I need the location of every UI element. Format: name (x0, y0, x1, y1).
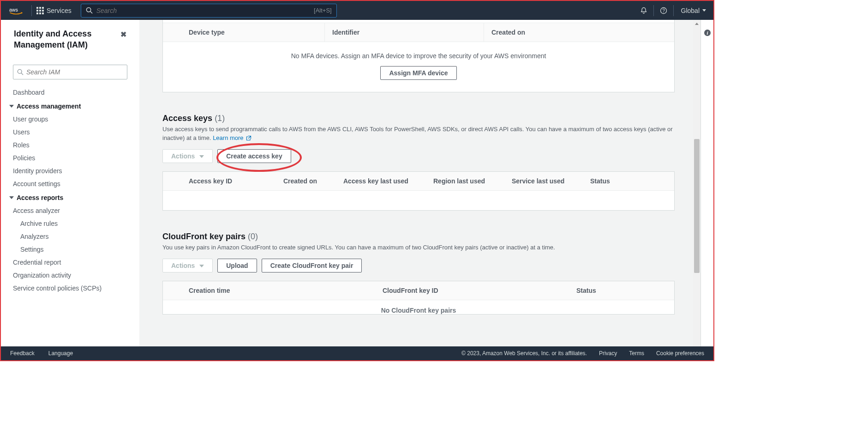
help-button[interactable]: ? (653, 5, 673, 16)
nav-user-groups[interactable]: User groups (1, 113, 139, 126)
nav-users[interactable]: Users (1, 126, 139, 139)
mfa-table-header: Device type Identifier Created on (163, 23, 674, 42)
nav-policies[interactable]: Policies (1, 151, 139, 164)
access-keys-actions-button[interactable]: Actions (162, 149, 213, 163)
footer-copyright: © 2023, Amazon Web Services, Inc. or its… (461, 350, 587, 357)
svg-line-6 (21, 73, 23, 75)
sidebar-search-box[interactable] (13, 65, 127, 79)
vertical-scrollbar[interactable] (693, 20, 700, 346)
services-menu-button[interactable]: Services (31, 5, 76, 16)
cloudfront-title: CloudFront key pairs (0) (162, 232, 675, 242)
col-access-key-id: Access key ID (163, 172, 276, 190)
caret-down-icon (199, 265, 204, 267)
sidebar-search-input[interactable] (26, 68, 123, 76)
region-label: Global (681, 7, 700, 14)
col-cloudfront-key-id: CloudFront key ID (375, 281, 569, 300)
nav-credential-report[interactable]: Credential report (1, 256, 139, 269)
cloudfront-panel: Creation time CloudFront key ID Status N… (162, 281, 675, 315)
sidebar: Identity and Access Management (IAM) ✖ D… (1, 20, 139, 346)
access-keys-empty-row (163, 191, 674, 210)
access-keys-table-header: Access key ID Created on Access key last… (163, 172, 674, 191)
svg-point-5 (18, 69, 22, 73)
external-link-icon (246, 135, 251, 141)
info-icon[interactable]: i (704, 29, 711, 36)
main-content: Device type Identifier Created on No MFA… (139, 20, 713, 346)
footer-language-link[interactable]: Language (48, 350, 73, 357)
aws-logo[interactable]: aws (1, 6, 31, 15)
col-last-used: Access key last used (336, 172, 426, 190)
global-search-box[interactable]: [Alt+S] (81, 4, 337, 18)
nav-dashboard[interactable]: Dashboard (1, 86, 139, 99)
caret-down-icon (702, 9, 706, 12)
cloudfront-empty-text: No CloudFront key pairs (163, 300, 674, 314)
main-scroll-area[interactable]: Device type Identifier Created on No MFA… (139, 20, 693, 346)
caret-down-icon (199, 155, 204, 158)
cloudfront-button-row: Actions Upload Create CloudFront key pai… (162, 252, 675, 280)
mfa-empty-text: No MFA devices. Assign an MFA device to … (163, 52, 674, 60)
caret-down-icon (9, 105, 14, 108)
info-panel-toggle-strip: i (700, 20, 713, 346)
access-keys-learn-more-link[interactable]: Learn more (213, 134, 251, 141)
assign-mfa-device-button[interactable]: Assign MFA device (380, 66, 456, 80)
scrollbar-thumb[interactable] (694, 139, 700, 273)
sidebar-title: Identity and Access Management (IAM) (14, 28, 120, 51)
access-keys-count: (1) (215, 114, 225, 123)
nav-analyzers[interactable]: Analyzers (1, 230, 139, 243)
nav-archive-rules[interactable]: Archive rules (1, 217, 139, 230)
nav-roles[interactable]: Roles (1, 139, 139, 151)
cloudfront-upload-button[interactable]: Upload (217, 259, 257, 272)
create-cloudfront-keypair-button[interactable]: Create CloudFront key pair (262, 259, 362, 272)
create-access-key-button[interactable]: Create access key (217, 149, 291, 163)
nav-organization-activity[interactable]: Organization activity (1, 269, 139, 282)
search-shortcut-hint: [Alt+S] (314, 7, 332, 14)
access-keys-panel: Access key ID Created on Access key last… (162, 171, 675, 211)
svg-text:aws: aws (9, 6, 18, 12)
access-keys-description: Use access keys to send programmatic cal… (162, 123, 675, 143)
nav-scps[interactable]: Service control policies (SCPs) (1, 282, 139, 295)
mfa-devices-panel: Device type Identifier Created on No MFA… (162, 20, 675, 92)
col-created-on: Created on (484, 23, 674, 42)
bell-icon (640, 7, 647, 14)
footer-terms-link[interactable]: Terms (629, 350, 644, 357)
access-keys-section-header: Access keys (1) Use access keys to send … (162, 105, 675, 171)
nav-section-label: Access reports (17, 194, 63, 201)
sidebar-close-button[interactable]: ✖ (120, 30, 126, 39)
col-creation-time: Creation time (163, 281, 375, 300)
col-region-last-used: Region last used (426, 172, 504, 190)
arrow-up-icon (695, 23, 699, 25)
footer-cookie-link[interactable]: Cookie preferences (656, 350, 704, 357)
nav-identity-providers[interactable]: Identity providers (1, 164, 139, 177)
nav-access-analyzer[interactable]: Access analyzer (1, 204, 139, 217)
col-identifier: Identifier (324, 23, 484, 42)
cloudfront-actions-button[interactable]: Actions (162, 259, 213, 272)
access-keys-button-row: Actions Create access key (162, 143, 675, 170)
svg-text:?: ? (662, 8, 665, 13)
svg-line-2 (90, 12, 92, 13)
nav-account-settings[interactable]: Account settings (1, 177, 139, 190)
cloudfront-section-header: CloudFront key pairs (0) You use key pai… (162, 224, 675, 281)
help-icon: ? (660, 7, 667, 14)
nav-section-access-reports[interactable]: Access reports (1, 190, 139, 204)
services-label: Services (47, 7, 72, 14)
top-nav: aws Services [Alt+S] ? Global (1, 1, 713, 20)
col-status: Status (583, 172, 674, 190)
nav-settings[interactable]: Settings (1, 243, 139, 256)
col-service-last-used: Service last used (504, 172, 583, 190)
cloudfront-count: (0) (248, 232, 258, 241)
access-keys-title: Access keys (1) (162, 114, 675, 123)
search-icon (86, 7, 93, 14)
access-keys-title-text: Access keys (162, 114, 212, 123)
col-status: Status (569, 281, 674, 300)
footer-privacy-link[interactable]: Privacy (599, 350, 617, 357)
svg-point-1 (86, 7, 90, 12)
cloudfront-table-header: Creation time CloudFront key ID Status (163, 281, 674, 300)
footer-feedback-link[interactable]: Feedback (10, 350, 35, 357)
region-selector[interactable]: Global (673, 5, 713, 16)
mfa-empty-state: No MFA devices. Assign an MFA device to … (163, 42, 674, 92)
grid-icon (36, 7, 44, 14)
global-search-wrap: [Alt+S] (81, 4, 337, 18)
global-search-input[interactable] (96, 7, 314, 14)
scroll-up-button[interactable] (693, 20, 700, 27)
notifications-button[interactable] (634, 5, 653, 16)
nav-section-access-management[interactable]: Access management (1, 99, 139, 113)
